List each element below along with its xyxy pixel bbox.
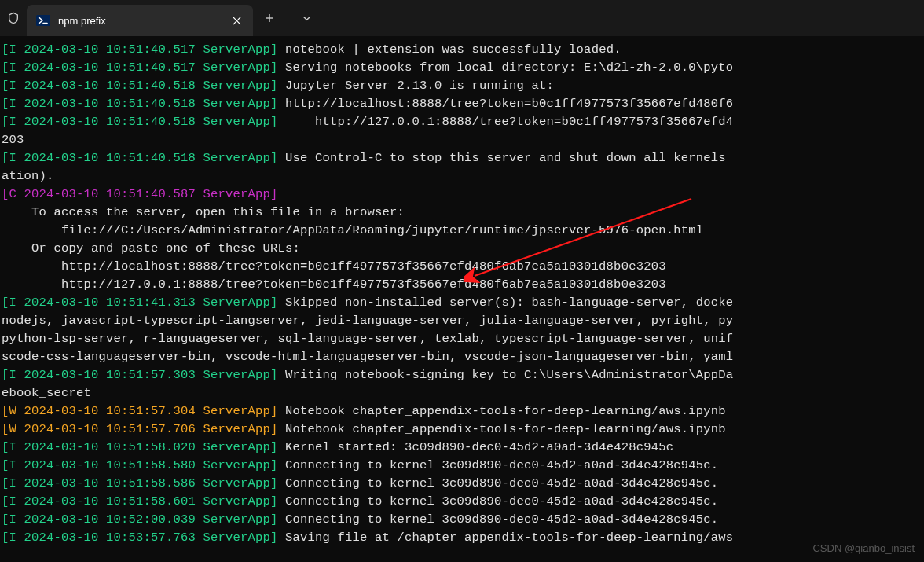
terminal-line: [W 2024-03-10 10:51:57.706 ServerApp] No… bbox=[2, 421, 924, 439]
terminal-line: [I 2024-03-10 10:51:40.517 ServerApp] no… bbox=[2, 41, 924, 59]
app-shield-icon bbox=[0, 0, 27, 36]
terminal-line: [I 2024-03-10 10:51:58.020 ServerApp] Ke… bbox=[2, 439, 924, 457]
tab-title: npm prefix bbox=[58, 12, 220, 30]
terminal-line: [I 2024-03-10 10:51:58.580 ServerApp] Co… bbox=[2, 457, 924, 475]
tab-close-icon[interactable] bbox=[228, 12, 245, 29]
terminal-line: ation). bbox=[2, 167, 924, 185]
terminal-line: ebook_secret bbox=[2, 384, 924, 402]
terminal-line: 203 bbox=[2, 131, 924, 149]
terminal-line: nodejs, javascript-typescript-langserver… bbox=[2, 312, 924, 330]
tab-dropdown-button[interactable] bbox=[290, 0, 323, 36]
terminal-line: [I 2024-03-10 10:52:00.039 ServerApp] Co… bbox=[2, 511, 924, 529]
terminal-line: [I 2024-03-10 10:51:40.518 ServerApp] Ju… bbox=[2, 77, 924, 95]
terminal-line: Or copy and paste one of these URLs: bbox=[2, 240, 924, 258]
tab-active[interactable]: npm prefix bbox=[27, 5, 253, 36]
terminal-line: [I 2024-03-10 10:51:58.586 ServerApp] Co… bbox=[2, 475, 924, 493]
terminal-line: http://localhost:8888/tree?token=b0c1ff4… bbox=[2, 258, 924, 276]
terminal-line: [C 2024-03-10 10:51:40.587 ServerApp] bbox=[2, 185, 924, 204]
terminal-line: http://127.0.0.1:8888/tree?token=b0c1ff4… bbox=[2, 276, 924, 294]
terminal-line: [I 2024-03-10 10:53:57.763 ServerApp] Sa… bbox=[2, 529, 924, 547]
titlebar-divider bbox=[288, 9, 288, 27]
titlebar: npm prefix bbox=[0, 0, 924, 36]
terminal-line: [W 2024-03-10 10:51:57.304 ServerApp] No… bbox=[2, 402, 924, 421]
svg-rect-0 bbox=[36, 15, 50, 26]
watermark: CSDN @qianbo_insist bbox=[812, 539, 915, 557]
terminal-line: python-lsp-server, r-languageserver, sql… bbox=[2, 330, 924, 348]
terminal-line: scode-css-languageserver-bin, vscode-htm… bbox=[2, 348, 924, 366]
terminal-output[interactable]: [I 2024-03-10 10:51:40.517 ServerApp] no… bbox=[0, 36, 924, 547]
terminal-line: [I 2024-03-10 10:51:58.601 ServerApp] Co… bbox=[2, 493, 924, 511]
terminal-line: [I 2024-03-10 10:51:40.518 ServerApp] Us… bbox=[2, 149, 924, 167]
powershell-icon bbox=[36, 13, 50, 28]
new-tab-button[interactable] bbox=[253, 0, 286, 36]
terminal-line: [I 2024-03-10 10:51:40.518 ServerApp] ht… bbox=[2, 113, 924, 131]
terminal-line: [I 2024-03-10 10:51:57.303 ServerApp] Wr… bbox=[2, 366, 924, 384]
terminal-line: To access the server, open this file in … bbox=[2, 204, 924, 222]
terminal-line: [I 2024-03-10 10:51:41.313 ServerApp] Sk… bbox=[2, 294, 924, 312]
terminal-line: file:///C:/Users/Administrator/AppData/R… bbox=[2, 222, 924, 240]
terminal-line: [I 2024-03-10 10:51:40.517 ServerApp] Se… bbox=[2, 59, 924, 77]
terminal-line: [I 2024-03-10 10:51:40.518 ServerApp] ht… bbox=[2, 95, 924, 113]
